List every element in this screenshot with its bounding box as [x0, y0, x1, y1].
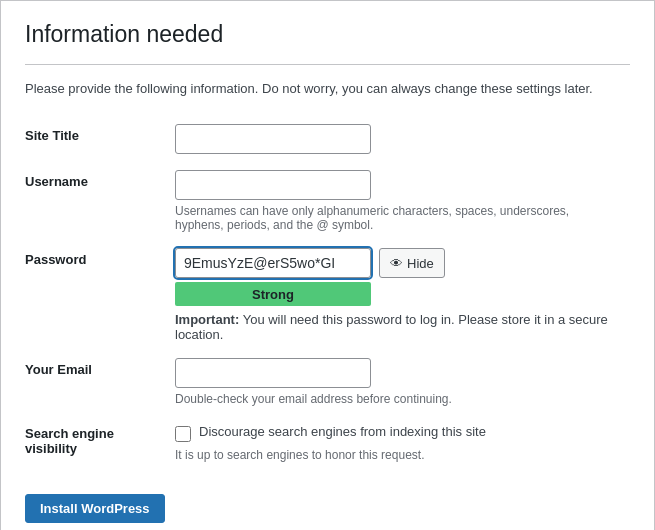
- site-title-cell: [165, 116, 630, 162]
- password-important-text: Important: You will need this password t…: [175, 312, 630, 342]
- password-row: Password 👁 Hide Strong Importan: [25, 240, 630, 350]
- search-engine-checkbox[interactable]: [175, 426, 191, 442]
- search-engine-cell: Discourage search engines from indexing …: [165, 414, 630, 470]
- password-input-row: 👁 Hide: [175, 248, 630, 278]
- main-container: Information needed Please provide the fo…: [0, 0, 655, 530]
- site-title-input[interactable]: [175, 124, 371, 154]
- email-input[interactable]: [175, 358, 371, 388]
- important-body: You will need this password to log in. P…: [175, 312, 608, 342]
- hide-password-button[interactable]: 👁 Hide: [379, 248, 445, 278]
- site-title-label: Site Title: [25, 116, 165, 162]
- username-cell: Usernames can have only alphanumeric cha…: [165, 162, 630, 240]
- username-hint: Usernames can have only alphanumeric cha…: [175, 204, 615, 232]
- password-input[interactable]: [175, 248, 371, 278]
- password-cell: 👁 Hide Strong Important: You will need t…: [165, 240, 630, 350]
- email-hint: Double-check your email address before c…: [175, 392, 615, 406]
- search-engine-hint: It is up to search engines to honor this…: [175, 448, 615, 462]
- search-engine-row: Search engine visibility Discourage sear…: [25, 414, 630, 470]
- hide-button-label: Hide: [407, 256, 434, 271]
- password-strength-label: Strong: [252, 287, 294, 302]
- form-table: Site Title Username Usernames can have o…: [25, 116, 630, 470]
- email-row: Your Email Double-check your email addre…: [25, 350, 630, 414]
- divider: [25, 64, 630, 65]
- username-input[interactable]: [175, 170, 371, 200]
- site-title-row: Site Title: [25, 116, 630, 162]
- email-cell: Double-check your email address before c…: [165, 350, 630, 414]
- install-wordpress-button[interactable]: Install WordPress: [25, 494, 165, 523]
- search-engine-checkbox-label[interactable]: Discourage search engines from indexing …: [199, 424, 486, 439]
- search-engine-checkbox-row: Discourage search engines from indexing …: [175, 424, 630, 442]
- search-engine-label: Search engine visibility: [25, 414, 165, 470]
- email-label: Your Email: [25, 350, 165, 414]
- page-title: Information needed: [25, 21, 630, 48]
- username-row: Username Usernames can have only alphanu…: [25, 162, 630, 240]
- intro-text: Please provide the following information…: [25, 81, 630, 96]
- password-strength-bar: Strong: [175, 282, 371, 306]
- important-prefix: Important:: [175, 312, 239, 327]
- eye-icon: 👁: [390, 256, 403, 271]
- username-label: Username: [25, 162, 165, 240]
- password-label: Password: [25, 240, 165, 350]
